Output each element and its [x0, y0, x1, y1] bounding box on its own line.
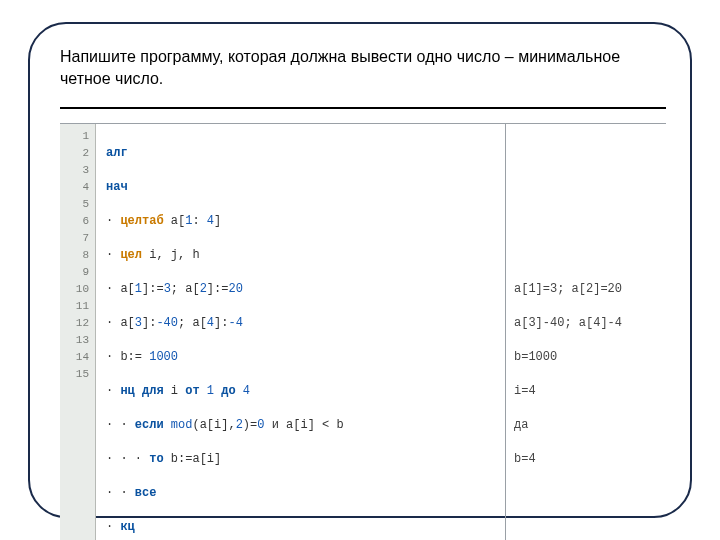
code-text: a[ — [171, 214, 185, 228]
code-text: i, j, h — [149, 248, 199, 262]
code-text: ]:= — [142, 282, 164, 296]
code-kw: если — [135, 418, 171, 432]
code-num: 20 — [228, 282, 242, 296]
code-dot: · — [106, 520, 120, 534]
line-number: 2 — [60, 145, 89, 162]
code-num: 1 — [135, 282, 142, 296]
code-num: -40 — [156, 316, 178, 330]
code-text: : — [192, 214, 206, 228]
code-kw: нц для — [120, 384, 170, 398]
trace-line: i=4 — [514, 383, 660, 400]
code-text: a[ — [120, 282, 134, 296]
code-num: 1 — [207, 384, 214, 398]
code-text: a[ — [120, 316, 134, 330]
trace-pane: a[1]=3; a[2]=20 a[3]-40; a[4]-4 b=1000 i… — [506, 124, 666, 540]
code-text: ]: — [142, 316, 156, 330]
line-number: 14 — [60, 349, 89, 366]
trace-line: a[1]=3; a[2]=20 — [514, 281, 660, 298]
code-kw: от — [185, 384, 207, 398]
code-text: и a[i] < b — [264, 418, 343, 432]
code-kw: до — [214, 384, 243, 398]
code-dot: · — [106, 248, 120, 262]
line-number: 4 — [60, 179, 89, 196]
code-num: 3 — [135, 316, 142, 330]
code-dot: · · — [106, 418, 135, 432]
task-text: Напишите программу, которая должна вывес… — [60, 46, 666, 89]
line-number: 8 — [60, 247, 89, 264]
line-number: 3 — [60, 162, 89, 179]
code-kw: нач — [106, 180, 128, 194]
line-number: 1 — [60, 128, 89, 145]
trace-line: b=1000 — [514, 349, 660, 366]
code-text: i — [171, 384, 185, 398]
code-dot: · — [106, 282, 120, 296]
slide-frame: Напишите программу, которая должна вывес… — [28, 22, 692, 518]
divider — [60, 107, 666, 109]
code-num: 2 — [236, 418, 243, 432]
code-dot: · — [106, 316, 120, 330]
code-text: b:=a[i] — [171, 452, 221, 466]
line-number: 5 — [60, 196, 89, 213]
line-number: 15 — [60, 366, 89, 383]
line-number: 9 — [60, 264, 89, 281]
code-text: ] — [214, 214, 221, 228]
line-number: 6 — [60, 213, 89, 230]
line-number: 10 — [60, 281, 89, 298]
ide-pane: 1 2 3 4 5 6 7 8 9 10 11 12 13 14 15 алг … — [60, 123, 666, 540]
trace-line: a[3]-40; a[4]-4 — [514, 315, 660, 332]
code-text: ]:= — [207, 282, 229, 296]
code-num: 4 — [207, 316, 214, 330]
line-gutter: 1 2 3 4 5 6 7 8 9 10 11 12 13 14 15 — [60, 124, 96, 540]
code-dot: · — [106, 384, 120, 398]
code-fn: mod — [171, 418, 193, 432]
code-type: цел — [120, 248, 149, 262]
code-kw: алг — [106, 146, 128, 160]
trace-line: b=4 — [514, 451, 660, 468]
code-num: 1000 — [149, 350, 178, 364]
line-number: 13 — [60, 332, 89, 349]
code-num: 2 — [200, 282, 207, 296]
code-num: 4 — [207, 214, 214, 228]
code-kw: все — [135, 486, 157, 500]
code-dot: · — [106, 350, 120, 364]
code-num: 3 — [164, 282, 171, 296]
code-dot: · — [106, 214, 120, 228]
code-type: целтаб — [120, 214, 170, 228]
line-number: 12 — [60, 315, 89, 332]
code-text: b:= — [120, 350, 149, 364]
trace-line: да — [514, 417, 660, 434]
line-number: 11 — [60, 298, 89, 315]
code-dot: · · — [106, 486, 135, 500]
code-text: ; a[ — [171, 282, 200, 296]
code-editor[interactable]: алг нач · целтаб a[1: 4] · цел i, j, h ·… — [96, 124, 506, 540]
code-text: )= — [243, 418, 257, 432]
code-kw: кц — [120, 520, 134, 534]
slide: Напишите программу, которая должна вывес… — [0, 0, 720, 540]
code-text: ]: — [214, 316, 228, 330]
code-num: 4 — [243, 384, 250, 398]
code-text: ; a[ — [178, 316, 207, 330]
code-dot: · · · — [106, 452, 149, 466]
line-number: 7 — [60, 230, 89, 247]
code-text: (a[i], — [192, 418, 235, 432]
code-kw: то — [149, 452, 171, 466]
code-num: -4 — [228, 316, 242, 330]
